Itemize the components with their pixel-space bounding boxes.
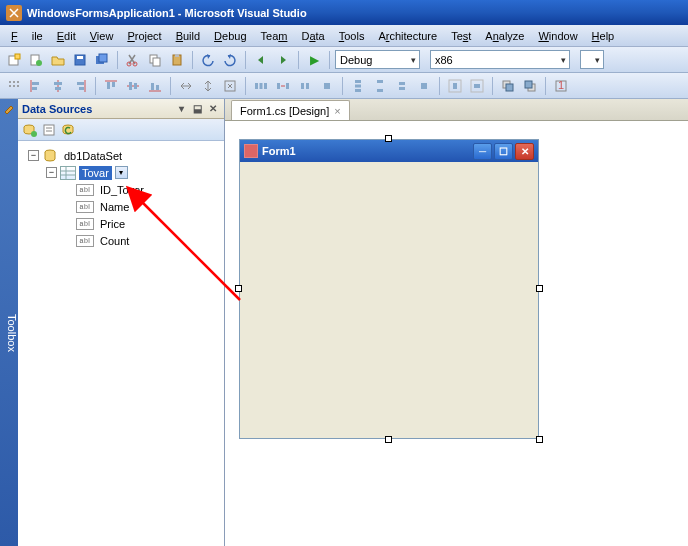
menu-build[interactable]: Build	[169, 28, 207, 44]
menu-data[interactable]: Data	[294, 28, 331, 44]
design-canvas[interactable]: Form1 ─ ☐ ✕	[225, 121, 688, 546]
dropdown-icon[interactable]: ▾	[115, 166, 128, 179]
toolbox-tab[interactable]: Toolbox	[0, 99, 18, 546]
svg-rect-71	[44, 125, 54, 135]
undo-button[interactable]	[198, 50, 218, 70]
redo-button[interactable]	[220, 50, 240, 70]
menu-test[interactable]: Test	[444, 28, 478, 44]
send-back-button[interactable]	[520, 76, 540, 96]
menu-window[interactable]: Window	[531, 28, 584, 44]
refresh-button[interactable]	[60, 122, 76, 138]
design-area: Form1.cs [Design] × Form1 ─ ☐ ✕	[225, 99, 688, 546]
add-datasource-button[interactable]	[22, 122, 38, 138]
collapse-icon[interactable]: −	[28, 150, 39, 161]
hspace-equal-button[interactable]	[251, 76, 271, 96]
align-right-button[interactable]	[70, 76, 90, 96]
menu-project[interactable]: Project	[120, 28, 168, 44]
same-size-button[interactable]	[220, 76, 240, 96]
datasource-tree: − db1DataSet − Tovar ▾ abl ID_Tovar abl …	[18, 141, 224, 546]
toolbar-separator	[95, 77, 96, 95]
tab-form1-design[interactable]: Form1.cs [Design] ×	[231, 100, 350, 120]
save-all-button[interactable]	[92, 50, 112, 70]
panel-dropdown-button[interactable]: ▾	[174, 102, 188, 116]
menu-tools[interactable]: Tools	[332, 28, 372, 44]
svg-rect-28	[79, 87, 84, 90]
config-combo[interactable]: Debug	[335, 50, 420, 69]
svg-point-15	[13, 81, 15, 83]
maximize-button[interactable]: ☐	[494, 143, 513, 160]
platform-combo[interactable]: x86	[430, 50, 570, 69]
svg-rect-64	[506, 84, 513, 91]
align-grid-button[interactable]	[4, 76, 24, 96]
edit-datasource-button[interactable]	[41, 122, 57, 138]
same-height-button[interactable]	[198, 76, 218, 96]
menu-file[interactable]: File	[4, 28, 50, 44]
center-horiz-button[interactable]	[445, 76, 465, 96]
app-titlebar: WindowsFormsApplication1 - Microsoft Vis…	[0, 0, 688, 25]
vspace-inc-button[interactable]	[370, 76, 390, 96]
menu-debug[interactable]: Debug	[207, 28, 253, 44]
bring-front-button[interactable]	[498, 76, 518, 96]
hspace-inc-button[interactable]	[273, 76, 293, 96]
tree-node-table[interactable]: − Tovar ▾	[22, 164, 220, 181]
close-button[interactable]: ✕	[515, 143, 534, 160]
menu-edit[interactable]: Edit	[50, 28, 83, 44]
toolbar-separator	[342, 77, 343, 95]
textbox-icon: abl	[76, 218, 94, 230]
toolbar-separator	[492, 77, 493, 95]
align-middle-button[interactable]	[123, 76, 143, 96]
panel-pin-button[interactable]: ⬓	[190, 102, 204, 116]
vspace-dec-button[interactable]	[392, 76, 412, 96]
collapse-icon[interactable]: −	[46, 167, 57, 178]
add-item-button[interactable]	[26, 50, 46, 70]
tree-node-field[interactable]: abl Name	[22, 198, 220, 215]
resize-handle[interactable]	[536, 436, 543, 443]
resize-handle[interactable]	[536, 285, 543, 292]
menu-view[interactable]: View	[83, 28, 121, 44]
svg-point-16	[17, 81, 19, 83]
align-top-button[interactable]	[101, 76, 121, 96]
align-left-button[interactable]	[26, 76, 46, 96]
vspace-remove-button[interactable]	[414, 76, 434, 96]
paste-button[interactable]	[167, 50, 187, 70]
resize-handle[interactable]	[235, 285, 242, 292]
tree-node-field[interactable]: abl Count	[22, 232, 220, 249]
menu-help[interactable]: Help	[585, 28, 622, 44]
cut-button[interactable]	[123, 50, 143, 70]
vspace-equal-button[interactable]	[348, 76, 368, 96]
hspace-remove-button[interactable]	[317, 76, 337, 96]
svg-point-3	[36, 60, 42, 66]
copy-button[interactable]	[145, 50, 165, 70]
resize-handle[interactable]	[385, 436, 392, 443]
align-center-button[interactable]	[48, 76, 68, 96]
menu-analyze[interactable]: Analyze	[478, 28, 531, 44]
start-debug-button[interactable]: ▶	[304, 50, 324, 70]
toolbar-separator	[329, 51, 330, 69]
tree-node-dataset[interactable]: − db1DataSet	[22, 147, 220, 164]
tree-label: ID_Tovar	[97, 183, 147, 197]
svg-rect-55	[399, 82, 405, 85]
nav-fwd-button[interactable]	[273, 50, 293, 70]
form-window[interactable]: Form1 ─ ☐ ✕	[239, 139, 539, 439]
tree-node-field[interactable]: abl Price	[22, 215, 220, 232]
tab-order-button[interactable]: 1	[551, 76, 571, 96]
tab-close-button[interactable]: ×	[334, 105, 340, 117]
menu-team[interactable]: Team	[254, 28, 295, 44]
svg-rect-5	[77, 56, 83, 59]
save-button[interactable]	[70, 50, 90, 70]
panel-close-button[interactable]: ✕	[206, 102, 220, 116]
open-button[interactable]	[48, 50, 68, 70]
tree-node-field[interactable]: abl ID_Tovar	[22, 181, 220, 198]
same-width-button[interactable]	[176, 76, 196, 96]
align-bottom-button[interactable]	[145, 76, 165, 96]
new-project-button[interactable]	[4, 50, 24, 70]
nav-back-button[interactable]	[251, 50, 271, 70]
svg-point-70	[31, 131, 37, 137]
minimize-button[interactable]: ─	[473, 143, 492, 160]
resize-handle[interactable]	[385, 135, 392, 142]
svg-rect-49	[327, 83, 330, 89]
find-combo[interactable]	[580, 50, 604, 69]
hspace-dec-button[interactable]	[295, 76, 315, 96]
menu-architecture[interactable]: Architecture	[371, 28, 444, 44]
center-vert-button[interactable]	[467, 76, 487, 96]
